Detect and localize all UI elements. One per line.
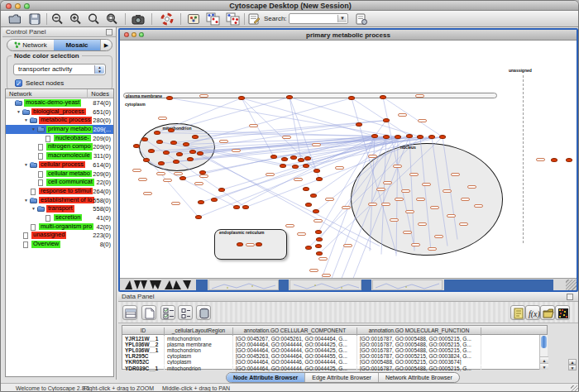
annotation-form-icon[interactable] bbox=[247, 12, 261, 26]
network-node[interactable] bbox=[380, 95, 386, 99]
network-node[interactable] bbox=[158, 161, 165, 165]
float-panel-icon[interactable] bbox=[567, 294, 573, 300]
network-node[interactable] bbox=[242, 205, 249, 209]
tab-overflow-arrow[interactable]: ▶ bbox=[100, 40, 112, 50]
tree-row[interactable]: response to stimul264(0) bbox=[6, 187, 113, 196]
network-node[interactable] bbox=[305, 246, 312, 250]
table-scrollbar[interactable]: ▲ ▼ bbox=[539, 335, 548, 370]
network-node[interactable] bbox=[166, 96, 173, 100]
network-node[interactable] bbox=[148, 149, 155, 153]
network-node[interactable] bbox=[395, 135, 401, 139]
network-node[interactable] bbox=[383, 135, 390, 139]
table-row[interactable]: YLR295Ccytoplasm[GO:0045263, GO:0044464,… bbox=[122, 353, 547, 359]
tree-col-network[interactable]: Network bbox=[9, 90, 32, 98]
tree-row[interactable]: Overview8(0) bbox=[6, 240, 113, 249]
import-folder-icon[interactable] bbox=[540, 305, 555, 320]
network-node[interactable] bbox=[192, 135, 199, 139]
node-color-dropdown[interactable]: transporter activity ▲▼ bbox=[13, 64, 106, 75]
disclosure-triangle-icon[interactable]: ▼ bbox=[24, 117, 28, 122]
network-node[interactable] bbox=[371, 134, 378, 138]
float-panel-icon[interactable] bbox=[106, 29, 112, 36]
network-node[interactable] bbox=[316, 251, 323, 256]
dropdown-stepper-icon[interactable]: ▲▼ bbox=[94, 65, 104, 74]
network-node[interactable] bbox=[406, 134, 413, 138]
delete-attribute-icon[interactable] bbox=[196, 305, 211, 320]
network-node[interactable] bbox=[218, 188, 225, 192]
panel-scroll-up-icon[interactable]: ▲ bbox=[568, 359, 577, 365]
network-node[interactable] bbox=[313, 209, 319, 213]
network-node[interactable] bbox=[173, 160, 179, 164]
network-node[interactable] bbox=[417, 135, 423, 139]
network-node[interactable] bbox=[303, 187, 309, 191]
network-node[interactable] bbox=[143, 158, 150, 162]
network-canvas[interactable]: plasma membrane cytoplasm mitochondrion … bbox=[120, 41, 577, 278]
zoom-out-icon[interactable] bbox=[50, 12, 64, 26]
network-node[interactable] bbox=[168, 128, 175, 132]
table-row[interactable]: YPL036W__1mitochondrion[GO:0044464, GO:0… bbox=[122, 347, 547, 353]
network-node[interactable] bbox=[303, 164, 309, 168]
table-row[interactable]: YDR039C__1mitochondrion[GO:0044464, GO:0… bbox=[122, 366, 547, 371]
new-attribute-icon[interactable] bbox=[141, 305, 156, 320]
network-node[interactable] bbox=[315, 230, 322, 234]
network-node[interactable] bbox=[187, 157, 194, 161]
network-node[interactable] bbox=[383, 118, 390, 122]
network-node[interactable] bbox=[154, 131, 160, 135]
strip-marker[interactable] bbox=[196, 280, 208, 290]
network-node[interactable] bbox=[280, 164, 286, 168]
table-row[interactable]: YJR121W__1mitochondrion[GO:0045267, GO:0… bbox=[122, 336, 547, 342]
search-dropdown-arrow[interactable]: ▼ bbox=[337, 15, 347, 22]
network-node[interactable] bbox=[348, 96, 355, 100]
select-columns-icon[interactable] bbox=[122, 305, 137, 320]
table-row[interactable]: YKR052Ccytoplasm[GO:0044464, GO:0044446,… bbox=[122, 359, 547, 365]
disclosure-triangle-icon[interactable]: ▼ bbox=[24, 198, 28, 203]
function-builder-icon[interactable]: f(x) bbox=[525, 305, 540, 320]
scroll-up-icon[interactable]: ▲ bbox=[540, 356, 548, 363]
strip-scrollbar[interactable] bbox=[444, 280, 553, 290]
tree-row[interactable]: ▼establishment of lo558(0) bbox=[6, 196, 113, 205]
strip-thumbnail[interactable] bbox=[208, 280, 279, 290]
tree-row[interactable]: macromolecule311(0) bbox=[6, 151, 113, 160]
network-node[interactable] bbox=[163, 151, 170, 155]
tab-mosaic[interactable]: Mosaic bbox=[54, 40, 100, 50]
zoom-selected-icon[interactable] bbox=[87, 12, 100, 26]
disclosure-triangle-icon[interactable]: ▼ bbox=[31, 127, 36, 131]
network-node[interactable] bbox=[237, 242, 243, 246]
tree-col-nodes[interactable]: Nodes bbox=[91, 90, 109, 98]
network-node[interactable] bbox=[176, 152, 183, 156]
disclosure-triangle-icon[interactable]: ▼ bbox=[31, 206, 36, 211]
network-node[interactable] bbox=[566, 158, 572, 162]
network-node[interactable] bbox=[198, 200, 204, 204]
tree-row[interactable]: nucleobase-209(0) bbox=[6, 134, 113, 143]
network-node[interactable] bbox=[428, 135, 435, 139]
select-nodes-checkbox[interactable]: ✓ bbox=[15, 79, 22, 87]
network-node[interactable] bbox=[179, 176, 186, 180]
tree-row[interactable]: nitrogen compo209(0) bbox=[6, 142, 113, 151]
tab-network-attribute-browser[interactable]: Network Attribute Browser bbox=[379, 373, 459, 382]
network-node[interactable] bbox=[315, 244, 322, 248]
panel-scroll-down-icon[interactable]: ▼ bbox=[568, 365, 577, 370]
network-node[interactable] bbox=[313, 169, 320, 173]
attribute-list-icon[interactable] bbox=[178, 305, 193, 320]
tree-row[interactable]: secretion41(0) bbox=[6, 213, 113, 222]
tree-row[interactable]: unassigned223(0) bbox=[6, 231, 113, 240]
tree-row[interactable]: cell communicat22(0) bbox=[6, 178, 113, 187]
disclosure-triangle-icon[interactable]: ▼ bbox=[24, 162, 28, 167]
save-icon[interactable] bbox=[28, 12, 41, 26]
tree-row[interactable]: cellular metabo209(0) bbox=[6, 170, 113, 179]
search-settings-icon[interactable] bbox=[355, 12, 368, 26]
open-folder-icon[interactable] bbox=[8, 12, 22, 26]
network-node[interactable] bbox=[211, 198, 218, 202]
strip-thumbnail[interactable] bbox=[290, 280, 361, 290]
strip-marker[interactable] bbox=[361, 280, 371, 290]
notes-icon[interactable] bbox=[510, 305, 525, 320]
network-node[interactable] bbox=[170, 141, 177, 145]
tree-row[interactable]: mosaic-demo-yeast874(0) bbox=[6, 98, 113, 108]
network-node[interactable] bbox=[292, 165, 299, 169]
view-resize-grip[interactable] bbox=[566, 280, 577, 290]
network-node[interactable] bbox=[189, 150, 196, 154]
network-node[interactable] bbox=[238, 96, 245, 100]
network-node[interactable] bbox=[316, 237, 323, 241]
network-node[interactable] bbox=[298, 158, 304, 162]
search-input[interactable]: ▼ bbox=[289, 13, 348, 24]
network-overlay-a-icon[interactable] bbox=[206, 12, 219, 26]
